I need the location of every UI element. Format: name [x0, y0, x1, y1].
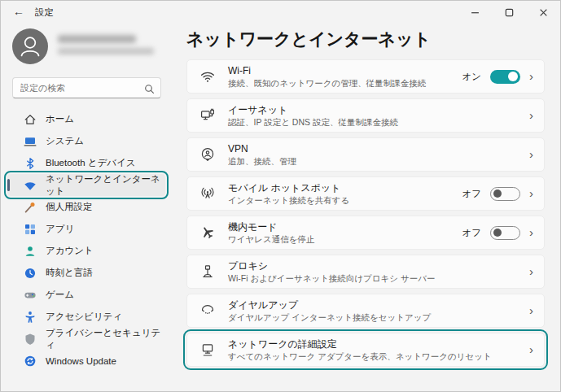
toggle-knob	[493, 229, 502, 237]
settings-row-airplane-mode[interactable]: 機内モードワイヤレス通信を停止オフ›	[186, 216, 545, 250]
toggle-state-label: オフ	[462, 188, 481, 200]
dialup-icon	[199, 303, 216, 319]
row-title: 機内モード	[228, 221, 462, 233]
chevron-right-icon: ›	[529, 187, 533, 201]
toggle-knob	[493, 189, 502, 198]
ethernet-icon	[199, 107, 216, 124]
row-text: Wi-Fi接続、既知のネットワークの管理、従量制課金接続	[228, 65, 462, 89]
chevron-right-icon: ›	[529, 226, 533, 240]
row-title: ダイヤルアップ	[228, 299, 529, 311]
sidebar-item-accessibility[interactable]: アクセシビリティ	[7, 306, 165, 328]
row-title: ネットワークの詳細設定	[228, 338, 529, 350]
sidebar-item-home[interactable]: ホーム	[7, 108, 165, 130]
sidebar-item-network[interactable]: ネットワークとインターネット	[7, 174, 165, 196]
system-icon	[24, 135, 37, 148]
sidebar-item-label: Windows Update	[46, 356, 116, 366]
chevron-right-icon: ›	[529, 109, 533, 123]
row-title: プロキシ	[228, 260, 529, 272]
row-right: ›	[529, 304, 533, 318]
avatar[interactable]	[12, 28, 48, 64]
row-right: ›	[529, 109, 533, 123]
advanced-network-icon	[199, 342, 216, 358]
personalization-icon	[24, 201, 37, 214]
settings-row-vpn[interactable]: VPN追加、接続、管理›	[186, 137, 545, 172]
toggle-switch[interactable]	[490, 226, 520, 240]
toggle-switch[interactable]	[490, 70, 520, 84]
app-title: 設定	[35, 7, 54, 19]
search-input[interactable]	[13, 78, 160, 98]
settings-list: Wi-Fi接続、既知のネットワークの管理、従量制課金接続オン›イーサネット認証、…	[186, 59, 545, 372]
row-text: 機内モードワイヤレス通信を停止	[228, 221, 462, 245]
back-icon[interactable]: ←	[13, 5, 24, 18]
apps-icon	[24, 223, 37, 236]
settings-row-advanced-network[interactable]: ネットワークの詳細設定すべてのネットワーク アダプターを表示、ネットワークのリセ…	[186, 333, 545, 367]
row-right: ›	[529, 343, 533, 357]
gaming-icon	[24, 289, 37, 302]
row-subtitle: ワイヤレス通信を停止	[228, 234, 462, 245]
sidebar-item-label: プライバシーとセキュリティ	[46, 327, 165, 351]
row-text: ネットワークの詳細設定すべてのネットワーク アダプターを表示、ネットワークのリセ…	[228, 338, 529, 362]
maximize-icon[interactable]	[492, 1, 526, 24]
row-right: ›	[529, 265, 533, 279]
toggle-switch[interactable]	[490, 187, 520, 201]
sidebar-item-label: ホーム	[46, 113, 74, 125]
row-title: VPN	[228, 143, 529, 155]
settings-row-proxy[interactable]: プロキシWi-Fi およびイーサネット接続向けプロキシ サーバー›	[186, 255, 545, 289]
sidebar-item-bluetooth[interactable]: Bluetooth とデバイス	[7, 152, 165, 174]
row-title: イーサネット	[228, 104, 529, 115]
privacy-icon	[24, 333, 37, 346]
sidebar-item-accounts[interactable]: アカウント	[7, 240, 165, 262]
toggle-state-label: オフ	[462, 227, 481, 239]
sidebar-item-label: 時刻と言語	[46, 267, 93, 279]
sidebar-item-apps[interactable]: アプリ	[7, 218, 165, 240]
sidebar-item-windows-update[interactable]: Windows Update	[7, 350, 165, 372]
airplane-mode-icon	[199, 224, 216, 241]
sidebar-item-system[interactable]: システム	[7, 130, 165, 152]
settings-row-ethernet[interactable]: イーサネット認証、IP 設定と DNS 設定、従量制課金接続›	[186, 98, 545, 133]
time-language-icon	[24, 267, 37, 280]
sidebar-item-label: ゲーム	[46, 289, 74, 301]
row-right: オフ›	[462, 226, 533, 240]
toggle-knob	[508, 72, 518, 81]
settings-row-dialup[interactable]: ダイヤルアップダイヤルアップ インターネット接続をセットアップ›	[186, 294, 545, 328]
row-text: プロキシWi-Fi およびイーサネット接続向けプロキシ サーバー	[228, 260, 529, 284]
sidebar-item-time-language[interactable]: 時刻と言語	[7, 262, 165, 284]
mobile-hotspot-icon	[199, 185, 216, 202]
accounts-icon	[24, 245, 37, 258]
sidebar-item-label: アカウント	[46, 245, 94, 257]
sidebar-item-label: Bluetooth とデバイス	[46, 157, 136, 169]
user-email-blurred	[58, 48, 154, 54]
sidebar-item-label: アプリ	[46, 223, 74, 235]
search-icon	[144, 83, 155, 98]
sidebar-item-personalization[interactable]: 個人用設定	[7, 196, 165, 218]
sidebar-item-label: ネットワークとインターネット	[46, 173, 165, 198]
user-name-blurred	[58, 35, 136, 43]
chevron-right-icon: ›	[529, 304, 533, 318]
row-right: オン›	[462, 70, 533, 84]
bluetooth-icon	[24, 157, 37, 170]
wifi-icon	[199, 68, 216, 85]
row-text: モバイル ホットスポットインターネット接続を共有する	[228, 182, 462, 206]
toggle-state-label: オン	[462, 71, 481, 83]
close-icon[interactable]	[526, 1, 560, 24]
row-title: Wi-Fi	[228, 65, 462, 76]
settings-row-mobile-hotspot[interactable]: モバイル ホットスポットインターネット接続を共有するオフ›	[186, 176, 545, 211]
sidebar-item-label: 個人用設定	[46, 201, 93, 213]
titlebar: ← 設定	[1, 1, 560, 24]
person-icon	[12, 28, 48, 64]
chevron-right-icon: ›	[529, 70, 533, 84]
window-controls	[458, 1, 560, 24]
network-icon	[24, 179, 37, 192]
row-subtitle: 認証、IP 設定と DNS 設定、従量制課金接続	[228, 117, 529, 128]
windows-update-icon	[24, 355, 37, 368]
search-box[interactable]	[12, 77, 161, 98]
minimize-icon[interactable]	[458, 1, 492, 24]
chevron-right-icon: ›	[529, 265, 533, 279]
settings-window: ← 設定 ホームシステムBluetooth とデバイスネットワークとインターネッ…	[0, 0, 561, 392]
sidebar-item-gaming[interactable]: ゲーム	[7, 284, 165, 306]
row-title: モバイル ホットスポット	[228, 182, 462, 194]
row-text: VPN追加、接続、管理	[228, 143, 529, 167]
settings-row-wifi[interactable]: Wi-Fi接続、既知のネットワークの管理、従量制課金接続オン›	[186, 59, 545, 94]
sidebar-item-privacy[interactable]: プライバシーとセキュリティ	[7, 328, 165, 350]
row-subtitle: インターネット接続を共有する	[228, 195, 462, 206]
